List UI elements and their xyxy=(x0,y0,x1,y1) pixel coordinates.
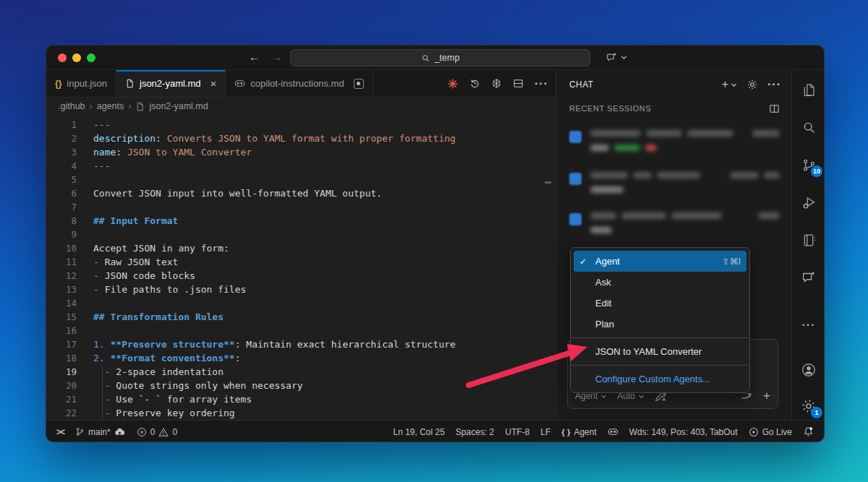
menu-item-label: Agent xyxy=(595,256,620,267)
line-number: 21 xyxy=(46,392,77,406)
status-problems[interactable]: 00 xyxy=(137,427,177,437)
chat-settings-button[interactable] xyxy=(746,79,758,90)
line-number: 9 xyxy=(46,228,77,241)
tab-json2-yaml.md[interactable]: json2-yaml.md× xyxy=(116,70,226,97)
breadcrumb-item[interactable]: .github xyxy=(58,101,85,111)
starburst-icon[interactable] xyxy=(447,78,459,90)
session-list-item[interactable] xyxy=(569,129,780,163)
activity-item-more-views[interactable]: ··· xyxy=(801,317,817,333)
tab-label: input.json xyxy=(67,78,107,89)
breadcrumb[interactable]: .github›agents›json2-yaml.md xyxy=(46,98,556,115)
history-icon[interactable] xyxy=(469,78,480,89)
menu-item-label: JSON to YAML Converter xyxy=(595,346,702,357)
status-branch-status[interactable]: main* xyxy=(75,426,125,437)
split-columns-icon[interactable] xyxy=(769,103,780,114)
tab-input.json[interactable]: {}input.json xyxy=(46,70,116,97)
line-number: 13 xyxy=(46,283,77,296)
menu-item-label: Edit xyxy=(595,298,611,309)
desktop: { "colors": { "accent": "#0078d4", "arro… xyxy=(0,0,868,482)
status-remote-indicator[interactable]: >< xyxy=(56,427,64,437)
session-list-item[interactable] xyxy=(569,212,780,245)
tab-label: json2-yaml.md xyxy=(140,78,201,89)
status-go-live[interactable]: Go Live xyxy=(749,427,792,437)
breadcrumb-separator: › xyxy=(90,101,93,111)
activity-item-search[interactable] xyxy=(801,119,817,135)
code-line-22: 22 - Preserve key ordering xyxy=(46,406,556,420)
plus-icon: + xyxy=(722,78,728,91)
recent-sessions-label: RECENT SESSIONS xyxy=(569,104,651,113)
line-number: 4 xyxy=(46,159,77,173)
status-eol[interactable]: LF xyxy=(540,427,550,437)
forward-arrow-icon[interactable]: → xyxy=(271,51,282,63)
activity-item-notebook[interactable] xyxy=(801,232,817,248)
code-line-9: 9 xyxy=(46,228,556,241)
tab-bar: {}input.jsonjson2-yaml.md×copilot-instru… xyxy=(46,70,556,98)
menu-item-configure-custom-agents[interactable]: Configure Custom Agents... xyxy=(574,369,746,390)
menu-item-ask[interactable]: Ask xyxy=(574,272,746,293)
branch-icon xyxy=(75,427,85,436)
line-number: 16 xyxy=(46,324,77,337)
back-arrow-icon[interactable]: ← xyxy=(249,51,260,63)
status-encoding[interactable]: UTF-8 xyxy=(505,427,529,437)
activity-item-settings[interactable]: 1 xyxy=(801,398,817,414)
line-number: 19 xyxy=(46,365,77,379)
line-number: 5 xyxy=(46,173,77,186)
code-line-13: 13- File paths to .json files xyxy=(46,283,556,296)
activity-item-explorer[interactable] xyxy=(801,82,817,98)
menu-item-label: Ask xyxy=(595,277,611,288)
activity-bar: 10··· 1 xyxy=(791,70,825,420)
activity-item-run-debug[interactable] xyxy=(801,194,817,210)
code-area[interactable]: 1---2description: Converts JSON to YAML … xyxy=(46,115,556,420)
activity-item-source-control[interactable]: 10 xyxy=(801,157,817,173)
activity-item-chat[interactable] xyxy=(801,270,817,285)
close-window-button[interactable] xyxy=(58,53,67,62)
zoom-window-button[interactable] xyxy=(87,53,95,62)
menu-item-shortcut: ⇧⌘I xyxy=(723,257,741,267)
code-line-1: 1--- xyxy=(46,118,556,132)
menu-item-label: Plan xyxy=(595,319,614,330)
minimize-window-button[interactable] xyxy=(72,53,81,62)
file-icon xyxy=(125,79,135,88)
menu-item-edit[interactable]: Edit xyxy=(574,293,746,314)
breadcrumb-item[interactable]: json2-yaml.md xyxy=(149,101,208,111)
line-number: 17 xyxy=(46,337,77,351)
code-line-15: 15## Transformation Rules xyxy=(46,310,556,324)
window-controls xyxy=(58,53,95,62)
code-line-16: 16 xyxy=(46,324,556,337)
session-chat-icon xyxy=(569,213,582,225)
copilot-icon xyxy=(234,78,245,89)
tab-copilot-instructions.md[interactable]: copilot-instructions.md xyxy=(226,70,373,97)
split-editor-icon[interactable] xyxy=(513,78,524,89)
status-copilot-status[interactable] xyxy=(608,426,618,437)
status-word-count[interactable]: Wds: 149, Pos: 403, TabOut xyxy=(629,427,738,437)
chat-panel: CHAT +··· RECENT SESSIONS Agent Auto xyxy=(556,70,791,420)
code-line-2: 2description: Converts JSON to YAML form… xyxy=(46,132,556,145)
menu-item-agent[interactable]: ✓Agent⇧⌘I xyxy=(574,251,746,272)
new-chat-button[interactable]: + xyxy=(722,78,737,91)
code-line-6: 6Convert JSON input into well-formatted … xyxy=(46,186,556,200)
activity-item-account[interactable] xyxy=(801,362,817,378)
chat-more-button[interactable]: ··· xyxy=(767,78,781,91)
openai-icon[interactable] xyxy=(491,78,502,89)
indent-guide xyxy=(102,365,103,420)
menu-item-plan[interactable]: Plan xyxy=(574,314,746,335)
editor-pane: {}input.jsonjson2-yaml.md×copilot-instru… xyxy=(46,70,556,420)
status-indentation[interactable]: Spaces: 2 xyxy=(456,427,494,437)
status-cursor-position[interactable]: Ln 19, Col 25 xyxy=(393,427,444,437)
session-list-item[interactable] xyxy=(569,171,780,205)
activity-badge: 1 xyxy=(811,407,822,418)
braces-icon: { } xyxy=(561,428,570,436)
chat-header-actions: +··· xyxy=(722,78,781,91)
status-notifications[interactable] xyxy=(803,426,814,437)
menu-separator xyxy=(571,337,749,338)
breadcrumb-item[interactable]: agents xyxy=(97,101,124,111)
menu-item-json-to-yaml-converter[interactable]: JSON to YAML Converter xyxy=(574,341,746,362)
status-language-mode[interactable]: { }Agent xyxy=(561,427,597,437)
more-icon[interactable]: ··· xyxy=(535,77,548,90)
editor-actions: ··· xyxy=(447,70,548,97)
attach-plus-icon[interactable]: + xyxy=(763,389,770,403)
close-icon[interactable]: × xyxy=(210,77,217,90)
copilot-menu-button[interactable] xyxy=(605,51,627,64)
line-number: 1 xyxy=(46,118,77,132)
command-center-search[interactable]: _temp xyxy=(290,49,590,66)
